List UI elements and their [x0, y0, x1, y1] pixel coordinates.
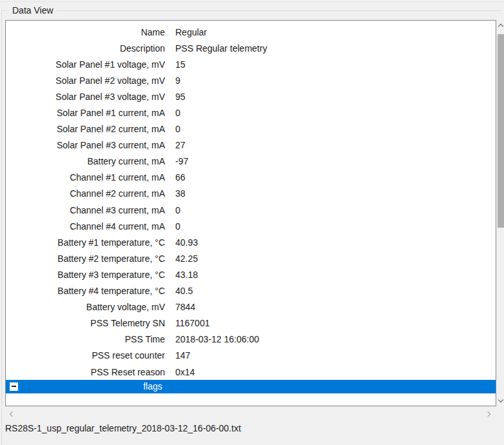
row-label: Channel #2 current, mA: [6, 188, 165, 199]
row-label: PSS Time: [6, 334, 165, 344]
vertical-scrollbar[interactable]: [498, 20, 504, 406]
row-value: PSS Regular telemetry: [175, 43, 267, 54]
data-view-table[interactable]: Name Regular Description PSS Regular tel…: [5, 20, 496, 406]
groupbox-border: [1, 10, 7, 11]
table-rows-container: Name Regular Description PSS Regular tel…: [6, 24, 496, 393]
table-row[interactable]: Battery voltage, mV 7844: [6, 299, 496, 315]
row-label: PSS Reset reason: [6, 367, 165, 377]
row-label: Battery voltage, mV: [6, 302, 165, 312]
table-row[interactable]: Battery #1 temperature, °C 40.93: [6, 234, 496, 250]
row-value: 2018-03-12 16:06:00: [175, 334, 259, 344]
row-value: 27: [175, 140, 186, 150]
table-row[interactable]: PSS Telemetry SN 1167001: [6, 315, 496, 331]
chevron-down-icon[interactable]: [498, 397, 503, 402]
row-label: Solar Panel #3 voltage, mV: [6, 92, 165, 102]
table-row[interactable]: Battery #2 temperature, °C 42.25: [6, 250, 496, 266]
table-row[interactable]: Channel #1 current, mA 66: [6, 170, 496, 186]
groupbox-border: [57, 10, 502, 11]
row-value: 15: [175, 59, 186, 70]
table-row[interactable]: Channel #3 current, mA 0: [6, 202, 496, 218]
row-label: Channel #4 current, mA: [6, 221, 165, 232]
row-value: 95: [175, 92, 186, 102]
table-row[interactable]: PSS Reset reason 0x14: [6, 364, 496, 380]
row-label: Solar Panel #1 voltage, mV: [6, 59, 165, 70]
row-value: 42.25: [175, 253, 198, 264]
table-row[interactable]: Solar Panel #1 current, mA 0: [6, 104, 496, 121]
row-value: 38: [175, 188, 186, 199]
horizontal-scrollbar[interactable]: [5, 409, 496, 420]
row-label: Battery #1 temperature, °C: [6, 237, 165, 248]
table-row[interactable]: Channel #2 current, mA 38: [6, 186, 496, 202]
table-row[interactable]: Channel #4 current, mA 0: [6, 218, 496, 234]
table-row[interactable]: Solar Panel #2 voltage, mV 9: [6, 72, 496, 88]
table-row[interactable]: Solar Panel #3 current, mA 27: [6, 137, 496, 153]
row-value: 0: [175, 205, 180, 215]
row-label: Battery #4 temperature, °C: [6, 286, 165, 296]
status-filename: RS28S-1_usp_regular_telemetry_2018-03-12…: [5, 423, 241, 433]
group-row-flags[interactable]: flags: [6, 380, 496, 393]
row-value: 0x14: [175, 367, 195, 377]
row-label: PSS Telemetry SN: [6, 318, 165, 328]
chevron-left-icon[interactable]: [10, 411, 15, 417]
row-value: 9: [175, 75, 180, 86]
table-row[interactable]: Solar Panel #1 voltage, mV 15: [6, 56, 496, 72]
table-row[interactable]: Battery #4 temperature, °C 40.5: [6, 283, 496, 299]
row-label: Battery current, mA: [6, 156, 165, 166]
table-row[interactable]: Battery current, mA -97: [6, 153, 496, 170]
row-value: 1167001: [175, 318, 209, 328]
row-value: 40.93: [175, 237, 198, 248]
row-value: 0: [175, 108, 180, 118]
row-label: Name: [6, 27, 165, 37]
table-row[interactable]: PSS Time 2018-03-12 16:06:00: [6, 331, 496, 348]
row-value: Regular: [175, 27, 207, 37]
table-row[interactable]: Description PSS Regular telemetry: [6, 40, 496, 56]
chevron-up-icon[interactable]: [498, 24, 503, 29]
groupbox-title: Data View: [10, 5, 55, 15]
row-label: Battery #2 temperature, °C: [6, 253, 165, 264]
row-label: Channel #1 current, mA: [6, 172, 165, 183]
row-label: Solar Panel #1 current, mA: [6, 108, 165, 118]
row-label: Solar Panel #2 voltage, mV: [6, 75, 165, 86]
row-label: Solar Panel #3 current, mA: [6, 140, 165, 150]
row-value: 66: [175, 172, 186, 183]
chevron-right-icon[interactable]: [485, 411, 490, 417]
row-value: 0: [175, 221, 180, 232]
groupbox-border: [1, 10, 2, 445]
row-label: PSS reset counter: [6, 350, 165, 361]
row-value: 0: [175, 124, 180, 134]
row-value: 7844: [175, 302, 195, 312]
window-top-edge: [0, 1, 504, 2]
row-value: -97: [175, 156, 188, 166]
row-value: 43.18: [175, 270, 198, 280]
row-label: Battery #3 temperature, °C: [6, 270, 165, 280]
group-row-label: flags: [6, 380, 300, 393]
row-value: 147: [175, 350, 190, 361]
row-label: Channel #3 current, mA: [6, 205, 165, 215]
table-row[interactable]: PSS reset counter 147: [6, 348, 496, 364]
table-row[interactable]: Solar Panel #2 current, mA 0: [6, 121, 496, 137]
row-label: Description: [6, 43, 165, 54]
table-row[interactable]: Name Regular: [6, 24, 496, 40]
vertical-scrollbar-thumb[interactable]: [498, 34, 504, 228]
row-value: 40.5: [175, 286, 193, 296]
row-label: Solar Panel #2 current, mA: [6, 124, 165, 134]
table-row[interactable]: Battery #3 temperature, °C 43.18: [6, 266, 496, 282]
table-row[interactable]: Solar Panel #3 voltage, mV 95: [6, 88, 496, 104]
